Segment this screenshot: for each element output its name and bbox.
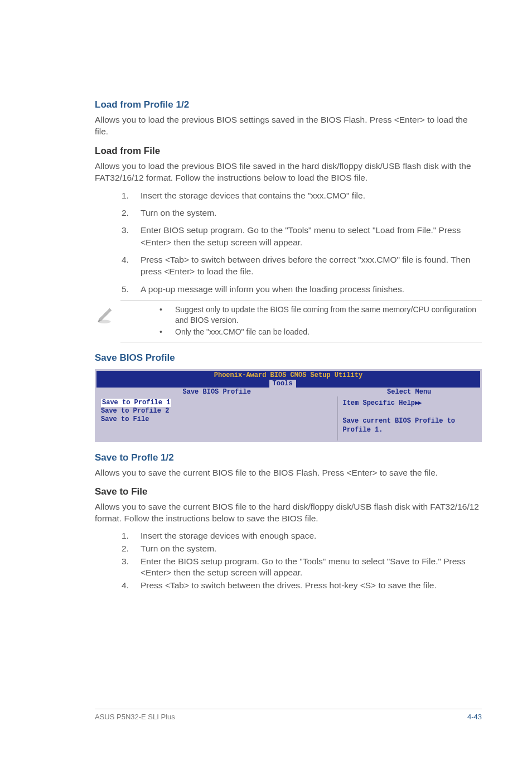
list-item: 2.Turn on the system. [122,543,482,555]
step-number: 5. [122,283,141,295]
step-text: Enter the BIOS setup program. Go to the … [141,556,482,579]
step-text: A pop-up message will inform you when th… [141,283,404,295]
bios-screenshot: Phoenix-Award BIOS CMOS Setup Utility To… [95,369,482,442]
step-text: Insert the storage devices that contains… [141,190,365,201]
bullet-icon: • [159,327,175,337]
note-text: Suggest only to update the BIOS file com… [175,304,482,326]
list-item: 3.Enter the BIOS setup program. Go to th… [122,556,482,579]
page-footer: ASUS P5N32-E SLI Plus 4-43 [95,709,482,721]
note-list: •Suggest only to update the BIOS file co… [159,304,482,338]
body-save-file: Allows you to save the current BIOS file… [95,501,482,525]
bios-panel-title: Save BIOS Profile [96,388,338,396]
bios-tab-tools: Tools [269,380,296,388]
step-number: 1. [122,190,141,201]
step-number: 3. [122,556,141,579]
save-file-steps: 1.Insert the storage devices with enough… [122,530,482,592]
divider [120,342,482,342]
list-item: •Only the "xxx.CMO" file can be loaded. [159,327,482,337]
step-number: 4. [122,580,141,592]
body-save-profile: Allows you to save the current BIOS file… [95,467,482,478]
note-pencil-icon [95,304,120,327]
bios-item: Save to Profile 2 [101,407,169,415]
divider [95,709,482,709]
divider [120,301,482,301]
step-text: Insert the storage devices with enough s… [141,530,316,542]
step-number: 3. [122,224,141,248]
step-text: Turn on the system. [141,543,216,555]
step-text: Enter BIOS setup program. Go to the "Too… [141,224,482,248]
list-item: 5.A pop-up message will inform you when … [122,283,482,295]
step-text: Press <Tab> to switch between drives bef… [141,254,482,278]
step-number: 2. [122,207,141,219]
step-number: 2. [122,543,141,555]
load-file-steps: 1.Insert the storage devices that contai… [122,190,482,296]
step-number: 4. [122,254,141,278]
heading-save-bios-profile: Save BIOS Profile [95,352,482,364]
bios-help-title: Select Menu [338,388,480,396]
svg-marker-1 [99,308,111,321]
list-item: •Suggest only to update the BIOS file co… [159,304,482,326]
heading-load-profile: Load from Profile 1/2 [95,99,482,110]
bios-help-label: Item Specific Help [342,399,415,407]
list-item: 1.Insert the storage devices with enough… [122,530,482,542]
step-number: 1. [122,530,141,542]
bios-menu-bar: Tools [96,380,480,388]
list-item: 3.Enter BIOS setup program. Go to the "T… [122,224,482,248]
list-item: 2.Turn on the system. [122,207,482,219]
step-text: Turn on the system. [141,207,216,219]
bios-help-panel: Item Specific Help▶▶ Save current BIOS P… [338,396,480,440]
list-item: 4.Press <Tab> to switch between the driv… [122,580,482,592]
heading-save-file: Save to File [95,486,482,497]
bios-help-body: Save current BIOS Profile to Profile 1. [342,417,455,434]
step-text: Press <Tab> to switch between the drives… [141,580,437,592]
body-load-profile: Allows you to load the previous BIOS set… [95,114,482,138]
note-text: Only the "xxx.CMO" file can be loaded. [175,327,309,337]
bios-item-selected: Save to Profile 1 [101,399,171,407]
heading-save-profile: Save to Profle 1/2 [95,452,482,463]
list-item: 4.Press <Tab> to switch between drives b… [122,254,482,278]
heading-load-file: Load from File [95,146,482,157]
footer-page-number: 4-43 [467,713,482,721]
list-item: 1.Insert the storage devices that contai… [122,190,482,201]
bios-window-title: Phoenix-Award BIOS CMOS Setup Utility [96,371,480,380]
note-block: •Suggest only to update the BIOS file co… [95,301,482,342]
footer-product: ASUS P5N32-E SLI Plus [95,713,175,721]
bios-item: Save to File [101,415,149,423]
arrow-right-icon: ▶▶ [415,399,420,407]
bios-item-list: Save to Profile 1 Save to Profile 2 Save… [96,396,338,440]
body-load-file: Allows you to load the previous BIOS fil… [95,160,482,184]
bullet-icon: • [159,304,175,326]
